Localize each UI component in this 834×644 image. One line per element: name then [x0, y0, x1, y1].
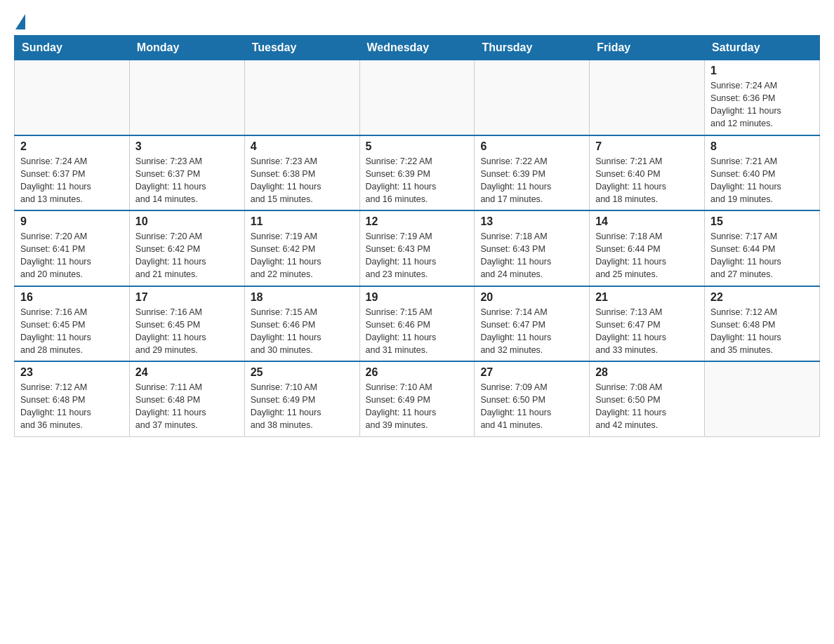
- calendar-cell: [590, 60, 705, 135]
- day-number: 9: [20, 215, 124, 228]
- calendar-cell: 12Sunrise: 7:19 AM Sunset: 6:43 PM Dayli…: [359, 210, 475, 286]
- calendar-header-thursday: Thursday: [475, 36, 590, 60]
- day-info: Sunrise: 7:18 AM Sunset: 6:43 PM Dayligh…: [480, 230, 583, 281]
- day-info: Sunrise: 7:13 AM Sunset: 6:47 PM Dayligh…: [595, 306, 699, 357]
- day-info: Sunrise: 7:20 AM Sunset: 6:41 PM Dayligh…: [20, 230, 124, 281]
- day-info: Sunrise: 7:21 AM Sunset: 6:40 PM Dayligh…: [595, 155, 699, 206]
- day-info: Sunrise: 7:16 AM Sunset: 6:45 PM Dayligh…: [135, 306, 239, 357]
- day-info: Sunrise: 7:14 AM Sunset: 6:47 PM Dayligh…: [480, 306, 583, 357]
- calendar-cell: [15, 60, 130, 135]
- calendar-cell: [705, 361, 820, 436]
- calendar-week-row: 1Sunrise: 7:24 AM Sunset: 6:36 PM Daylig…: [15, 60, 820, 135]
- day-number: 5: [366, 140, 469, 153]
- calendar-cell: 14Sunrise: 7:18 AM Sunset: 6:44 PM Dayli…: [590, 210, 705, 286]
- day-number: 23: [20, 366, 124, 379]
- day-info: Sunrise: 7:15 AM Sunset: 6:46 PM Dayligh…: [366, 306, 469, 357]
- day-number: 13: [480, 215, 583, 228]
- day-number: 4: [251, 140, 354, 153]
- calendar-cell: 24Sunrise: 7:11 AM Sunset: 6:48 PM Dayli…: [129, 361, 244, 436]
- day-info: Sunrise: 7:19 AM Sunset: 6:43 PM Dayligh…: [366, 230, 469, 281]
- day-number: 12: [366, 215, 469, 228]
- calendar-header-sunday: Sunday: [15, 36, 130, 60]
- day-number: 24: [135, 366, 239, 379]
- day-number: 11: [251, 215, 354, 228]
- day-number: 8: [710, 140, 814, 153]
- day-info: Sunrise: 7:17 AM Sunset: 6:44 PM Dayligh…: [710, 230, 814, 281]
- calendar-header-tuesday: Tuesday: [244, 36, 359, 60]
- day-number: 28: [595, 366, 699, 379]
- calendar-cell: 11Sunrise: 7:19 AM Sunset: 6:42 PM Dayli…: [244, 210, 359, 286]
- day-number: 14: [595, 215, 699, 228]
- day-number: 2: [20, 140, 124, 153]
- calendar-week-row: 2Sunrise: 7:24 AM Sunset: 6:37 PM Daylig…: [15, 135, 820, 211]
- calendar-header-row: SundayMondayTuesdayWednesdayThursdayFrid…: [15, 36, 820, 60]
- day-number: 7: [595, 140, 699, 153]
- day-info: Sunrise: 7:09 AM Sunset: 6:50 PM Dayligh…: [480, 381, 583, 432]
- day-info: Sunrise: 7:12 AM Sunset: 6:48 PM Dayligh…: [710, 306, 814, 357]
- calendar-cell: 2Sunrise: 7:24 AM Sunset: 6:37 PM Daylig…: [15, 135, 130, 211]
- day-info: Sunrise: 7:23 AM Sunset: 6:38 PM Dayligh…: [251, 155, 354, 206]
- calendar-table: SundayMondayTuesdayWednesdayThursdayFrid…: [14, 35, 820, 437]
- calendar-cell: 1Sunrise: 7:24 AM Sunset: 6:36 PM Daylig…: [705, 60, 820, 135]
- calendar-cell: 19Sunrise: 7:15 AM Sunset: 6:46 PM Dayli…: [359, 286, 475, 362]
- calendar-cell: 13Sunrise: 7:18 AM Sunset: 6:43 PM Dayli…: [475, 210, 590, 286]
- day-number: 21: [595, 291, 699, 304]
- calendar-cell: 16Sunrise: 7:16 AM Sunset: 6:45 PM Dayli…: [15, 286, 130, 362]
- calendar-cell: [129, 60, 244, 135]
- day-number: 22: [710, 291, 814, 304]
- calendar-cell: 3Sunrise: 7:23 AM Sunset: 6:37 PM Daylig…: [129, 135, 244, 211]
- day-info: Sunrise: 7:16 AM Sunset: 6:45 PM Dayligh…: [20, 306, 124, 357]
- day-info: Sunrise: 7:24 AM Sunset: 6:37 PM Dayligh…: [20, 155, 124, 206]
- calendar-cell: 7Sunrise: 7:21 AM Sunset: 6:40 PM Daylig…: [590, 135, 705, 211]
- calendar-week-row: 9Sunrise: 7:20 AM Sunset: 6:41 PM Daylig…: [15, 210, 820, 286]
- day-info: Sunrise: 7:18 AM Sunset: 6:44 PM Dayligh…: [595, 230, 699, 281]
- day-number: 27: [480, 366, 583, 379]
- day-number: 19: [366, 291, 469, 304]
- day-info: Sunrise: 7:22 AM Sunset: 6:39 PM Dayligh…: [366, 155, 469, 206]
- logo: [14, 14, 25, 28]
- calendar-cell: [359, 60, 475, 135]
- calendar-week-row: 23Sunrise: 7:12 AM Sunset: 6:48 PM Dayli…: [15, 361, 820, 436]
- calendar-cell: 25Sunrise: 7:10 AM Sunset: 6:49 PM Dayli…: [244, 361, 359, 436]
- calendar-header-saturday: Saturday: [705, 36, 820, 60]
- day-info: Sunrise: 7:10 AM Sunset: 6:49 PM Dayligh…: [251, 381, 354, 432]
- calendar-cell: 20Sunrise: 7:14 AM Sunset: 6:47 PM Dayli…: [475, 286, 590, 362]
- day-number: 20: [480, 291, 583, 304]
- day-number: 1: [710, 65, 814, 77]
- calendar-cell: 15Sunrise: 7:17 AM Sunset: 6:44 PM Dayli…: [705, 210, 820, 286]
- day-info: Sunrise: 7:20 AM Sunset: 6:42 PM Dayligh…: [135, 230, 239, 281]
- calendar-week-row: 16Sunrise: 7:16 AM Sunset: 6:45 PM Dayli…: [15, 286, 820, 362]
- calendar-cell: 26Sunrise: 7:10 AM Sunset: 6:49 PM Dayli…: [359, 361, 475, 436]
- logo-triangle-icon: [15, 14, 25, 29]
- day-number: 18: [251, 291, 354, 304]
- day-number: 17: [135, 291, 239, 304]
- calendar-cell: 9Sunrise: 7:20 AM Sunset: 6:41 PM Daylig…: [15, 210, 130, 286]
- calendar-cell: 10Sunrise: 7:20 AM Sunset: 6:42 PM Dayli…: [129, 210, 244, 286]
- calendar-cell: 23Sunrise: 7:12 AM Sunset: 6:48 PM Dayli…: [15, 361, 130, 436]
- day-number: 25: [251, 366, 354, 379]
- day-number: 3: [135, 140, 239, 153]
- calendar-header-monday: Monday: [129, 36, 244, 60]
- calendar-cell: 21Sunrise: 7:13 AM Sunset: 6:47 PM Dayli…: [590, 286, 705, 362]
- calendar-cell: [475, 60, 590, 135]
- day-number: 10: [135, 215, 239, 228]
- calendar-cell: 22Sunrise: 7:12 AM Sunset: 6:48 PM Dayli…: [705, 286, 820, 362]
- calendar-header-friday: Friday: [590, 36, 705, 60]
- day-info: Sunrise: 7:15 AM Sunset: 6:46 PM Dayligh…: [251, 306, 354, 357]
- calendar-cell: 6Sunrise: 7:22 AM Sunset: 6:39 PM Daylig…: [475, 135, 590, 211]
- day-info: Sunrise: 7:10 AM Sunset: 6:49 PM Dayligh…: [366, 381, 469, 432]
- calendar-cell: [244, 60, 359, 135]
- day-number: 15: [710, 215, 814, 228]
- day-info: Sunrise: 7:22 AM Sunset: 6:39 PM Dayligh…: [480, 155, 583, 206]
- day-info: Sunrise: 7:11 AM Sunset: 6:48 PM Dayligh…: [135, 381, 239, 432]
- day-info: Sunrise: 7:23 AM Sunset: 6:37 PM Dayligh…: [135, 155, 239, 206]
- calendar-cell: 8Sunrise: 7:21 AM Sunset: 6:40 PM Daylig…: [705, 135, 820, 211]
- day-number: 26: [366, 366, 469, 379]
- calendar-cell: 5Sunrise: 7:22 AM Sunset: 6:39 PM Daylig…: [359, 135, 475, 211]
- calendar-cell: 17Sunrise: 7:16 AM Sunset: 6:45 PM Dayli…: [129, 286, 244, 362]
- calendar-cell: 28Sunrise: 7:08 AM Sunset: 6:50 PM Dayli…: [590, 361, 705, 436]
- page-header: [14, 14, 820, 28]
- calendar-header-wednesday: Wednesday: [359, 36, 475, 60]
- day-info: Sunrise: 7:21 AM Sunset: 6:40 PM Dayligh…: [710, 155, 814, 206]
- day-info: Sunrise: 7:24 AM Sunset: 6:36 PM Dayligh…: [710, 79, 814, 130]
